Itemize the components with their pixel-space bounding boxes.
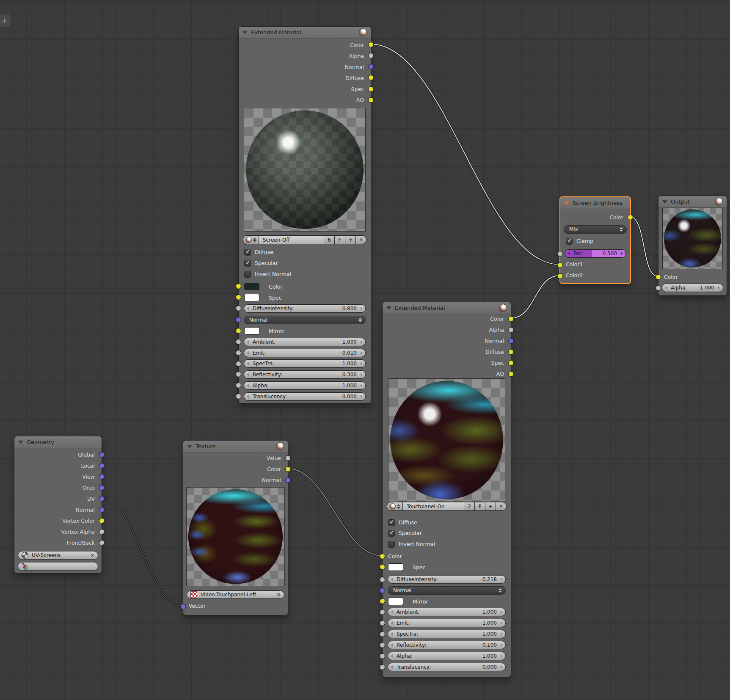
diffuse-intensity-slider[interactable]: DiffuseIntensity: 0.218 xyxy=(388,575,506,584)
alpha-slider[interactable]: Alpha: 1.000 xyxy=(244,381,366,390)
node-header[interactable]: Extended Material xyxy=(239,27,371,39)
fac-slider[interactable]: Fac: 0.500 xyxy=(565,249,626,258)
socket-alpha-input[interactable] xyxy=(656,285,661,291)
socket-global-output[interactable] xyxy=(99,452,105,457)
socket-spec-input[interactable] xyxy=(236,295,241,300)
checkbox-clamp[interactable]: Clamp xyxy=(566,237,593,245)
checkbox-box[interactable] xyxy=(244,249,251,256)
socket-ambient-input[interactable] xyxy=(380,609,385,615)
checkbox-box[interactable] xyxy=(244,260,251,267)
socket-front-back-output[interactable] xyxy=(99,540,105,546)
checkbox-specular[interactable]: Specular xyxy=(244,259,278,267)
slider-decrease-icon[interactable] xyxy=(391,621,393,625)
socket-color1-input[interactable] xyxy=(557,262,563,268)
slider-decrease-icon[interactable] xyxy=(567,252,570,255)
slider-increase-icon[interactable] xyxy=(501,621,503,625)
slider-decrease-icon[interactable] xyxy=(247,373,249,376)
socket-ao-output[interactable] xyxy=(368,97,374,103)
socket-color-output[interactable] xyxy=(508,316,514,322)
normal-source-dropdown[interactable]: Normal xyxy=(388,586,506,595)
checkbox-specular[interactable]: Specular xyxy=(388,529,422,537)
reflectivity-slider[interactable]: Reflectivity: 0.100 xyxy=(388,641,506,649)
material-preview-sphere-icon[interactable] xyxy=(715,198,723,206)
socket-translucency-input[interactable] xyxy=(236,394,241,399)
socket-alpha-output[interactable] xyxy=(368,53,374,58)
slider-increase-icon[interactable] xyxy=(361,340,363,344)
clear-uv-icon[interactable]: ✕ xyxy=(91,553,94,558)
emit-slider[interactable]: Emit: 1.000 xyxy=(388,619,506,627)
slider-increase-icon[interactable] xyxy=(718,286,720,289)
checkbox-box[interactable] xyxy=(388,530,395,537)
socket-spectra-input[interactable] xyxy=(380,631,385,637)
uv-layer-field[interactable]: UV-Screens ✕ xyxy=(18,551,98,559)
slider-decrease-icon[interactable] xyxy=(247,351,249,355)
slider-increase-icon[interactable] xyxy=(501,654,503,658)
socket-color-output[interactable] xyxy=(285,466,291,472)
node-screen-brightness-mix[interactable]: Screen Brightness Color Mix Clamp Fac: 0… xyxy=(559,196,631,284)
slider-decrease-icon[interactable] xyxy=(391,654,393,658)
socket-diffuse-output[interactable] xyxy=(508,349,514,355)
checkbox-invert-normal[interactable]: Invert Normal xyxy=(388,540,435,548)
material-browse-button[interactable] xyxy=(387,502,403,511)
material-browse-button[interactable] xyxy=(243,235,259,244)
slider-increase-icon[interactable] xyxy=(501,643,503,647)
socket-diffuse-intensity-input[interactable] xyxy=(380,577,385,582)
spectra-slider[interactable]: SpecTra: 1.000 xyxy=(244,359,366,368)
slider-increase-icon[interactable] xyxy=(501,665,503,669)
alpha-slider[interactable]: Alpha: 1.000 xyxy=(388,652,506,660)
material-preview-sphere-icon[interactable] xyxy=(276,442,284,450)
node-texture[interactable]: Texture Value Color Normal Video-Touchpa… xyxy=(183,440,288,615)
slider-decrease-icon[interactable] xyxy=(391,632,393,636)
slider-increase-icon[interactable] xyxy=(361,384,363,387)
normal-source-dropdown[interactable]: Normal xyxy=(244,316,366,324)
collapse-triangle-icon[interactable] xyxy=(386,306,391,310)
socket-diffuse-output[interactable] xyxy=(368,75,374,80)
checkbox-diffuse[interactable]: Diffuse xyxy=(388,519,417,526)
slider-increase-icon[interactable] xyxy=(361,307,363,310)
slider-increase-icon[interactable] xyxy=(621,252,623,255)
slider-decrease-icon[interactable] xyxy=(247,307,249,310)
node-header[interactable]: Screen Brightness xyxy=(560,197,630,209)
mirror-swatch[interactable] xyxy=(388,598,403,605)
socket-mirror-input[interactable] xyxy=(236,328,241,333)
socket-color-output[interactable] xyxy=(628,215,633,220)
spec-swatch[interactable] xyxy=(388,563,403,571)
collapse-triangle-icon[interactable] xyxy=(662,200,667,204)
socket-color2-input[interactable] xyxy=(557,273,563,279)
alpha-slider[interactable]: Alpha: 1.000 xyxy=(662,284,723,292)
socket-spec-output[interactable] xyxy=(508,360,514,366)
node-header[interactable]: Output xyxy=(658,196,727,208)
socket-view-output[interactable] xyxy=(99,474,105,480)
slider-increase-icon[interactable] xyxy=(501,632,503,636)
material-fake-user-button[interactable]: F xyxy=(475,502,485,511)
material-fake-user-button[interactable]: F xyxy=(335,235,345,244)
emit-slider[interactable]: Emit: 0.010 xyxy=(244,349,366,357)
slider-decrease-icon[interactable] xyxy=(665,286,667,289)
socket-emit-input[interactable] xyxy=(380,620,385,626)
socket-color-input[interactable] xyxy=(380,554,385,559)
checkbox-box[interactable] xyxy=(388,541,395,548)
collapse-triangle-icon[interactable] xyxy=(564,201,569,205)
socket-normal-input[interactable] xyxy=(236,317,241,322)
material-add-button[interactable]: + xyxy=(345,235,356,244)
socket-normal-output[interactable] xyxy=(508,338,514,344)
socket-mirror-input[interactable] xyxy=(380,598,385,604)
expand-panel-button[interactable]: + xyxy=(0,14,11,27)
checkbox-box[interactable] xyxy=(566,238,573,245)
socket-normal-output[interactable] xyxy=(99,507,105,513)
material-users-button[interactable]: 2 xyxy=(464,502,475,511)
socket-value-output[interactable] xyxy=(285,455,291,461)
socket-alpha-output[interactable] xyxy=(508,327,514,333)
slider-decrease-icon[interactable] xyxy=(391,610,393,614)
mirror-swatch[interactable] xyxy=(244,327,259,335)
checkbox-box[interactable] xyxy=(244,271,251,278)
socket-ambient-input[interactable] xyxy=(236,339,241,344)
socket-normal-output[interactable] xyxy=(285,477,291,483)
collapse-triangle-icon[interactable] xyxy=(242,31,248,34)
socket-alpha-input[interactable] xyxy=(380,653,385,659)
vertex-color-field[interactable] xyxy=(18,562,98,570)
socket-local-output[interactable] xyxy=(99,463,105,469)
slider-increase-icon[interactable] xyxy=(361,395,363,398)
collapse-triangle-icon[interactable] xyxy=(187,445,192,448)
node-header[interactable]: Texture xyxy=(183,441,288,452)
